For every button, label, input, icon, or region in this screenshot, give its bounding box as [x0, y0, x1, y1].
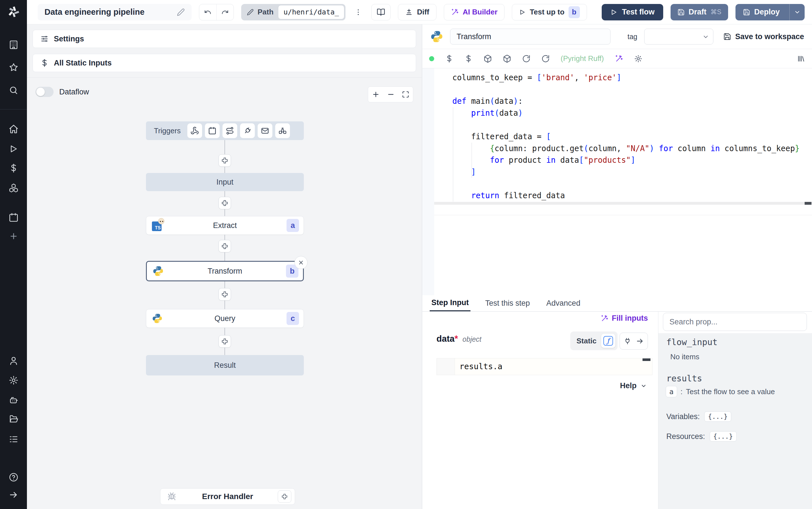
flow-node-transform[interactable]: Transform b	[146, 261, 304, 281]
dataflow-toggle[interactable]	[35, 87, 53, 97]
flow-node-query[interactable]: Query c	[146, 309, 304, 328]
package-icon[interactable]	[503, 55, 511, 63]
undo-button[interactable]	[199, 4, 217, 20]
code-assistant-label[interactable]: (Pyright Ruff)	[561, 54, 604, 63]
sidebar-item-workers[interactable]	[0, 394, 27, 406]
fit-view-button[interactable]	[402, 91, 409, 98]
add-step-button[interactable]	[219, 154, 231, 167]
resources-object-badge[interactable]: {...}	[710, 431, 737, 442]
connect-input-button[interactable]	[620, 333, 648, 350]
sidebar-item-search[interactable]	[0, 84, 27, 97]
code-lines[interactable]: columns_to_keep = ['brand', 'price'] def…	[452, 72, 812, 202]
error-handler-node[interactable]: Error Handler	[160, 488, 295, 505]
test-up-to-button[interactable]: Test up to b	[512, 4, 587, 21]
sidebar-item-create[interactable]	[0, 230, 27, 242]
search-prop-input[interactable]	[663, 313, 807, 331]
props-list: flow_input No items results a : Test the…	[658, 333, 812, 509]
sidebar-item-company[interactable]	[0, 39, 27, 51]
zoom-out-button[interactable]	[387, 91, 395, 98]
sidebar-item-schedules[interactable]	[0, 211, 27, 224]
tab-advanced[interactable]: Advanced	[545, 295, 582, 311]
sidebar-expand-button[interactable]	[0, 488, 27, 501]
add-error-handler-button[interactable]	[278, 490, 291, 503]
path-value[interactable]: u/henri/data_	[278, 5, 344, 19]
expression-editor[interactable]: results.a	[437, 358, 653, 375]
reload-icon[interactable]	[522, 55, 530, 63]
more-menu-button[interactable]	[353, 4, 364, 21]
sidebar-item-resources[interactable]	[0, 182, 27, 194]
library-icon[interactable]	[797, 55, 805, 63]
sidebar-item-user[interactable]	[0, 354, 27, 367]
add-step-button[interactable]	[219, 197, 231, 209]
schedule-trigger-button[interactable]	[205, 123, 220, 138]
delete-step-button[interactable]	[294, 256, 307, 269]
deploy-button[interactable]: Deploy	[736, 4, 805, 21]
tab-step-input[interactable]: Step Input	[430, 295, 471, 311]
ai-wand-icon[interactable]	[615, 55, 623, 63]
code-hscrollbar[interactable]	[434, 202, 812, 205]
add-step-button[interactable]	[219, 288, 231, 301]
result-hint: Test the flow to see a value	[686, 387, 775, 396]
sidebar-item-folders[interactable]	[0, 413, 27, 425]
diff-button[interactable]: Diff	[398, 4, 436, 21]
test-flow-button[interactable]: Test flow	[602, 4, 663, 21]
add-step-button[interactable]	[219, 240, 231, 252]
triggers-label: Triggers	[154, 127, 181, 135]
static-label[interactable]: Static	[577, 337, 597, 345]
reload-icon[interactable]	[541, 55, 550, 63]
code-editor[interactable]: columns_to_keep = ['brand', 'price'] def…	[422, 68, 812, 295]
resource-picker-icon[interactable]	[464, 55, 473, 63]
flow-node-result[interactable]: Result	[146, 355, 304, 375]
webhook-trigger-button[interactable]	[187, 123, 202, 138]
tag-select[interactable]	[644, 29, 713, 44]
extract-node-label: Extract	[213, 221, 237, 230]
sidebar-item-settings[interactable]	[0, 374, 27, 386]
editor-settings-icon[interactable]	[634, 55, 642, 63]
node-badge-c: c	[287, 312, 299, 325]
diff-label: Diff	[417, 8, 429, 16]
redo-button[interactable]	[216, 4, 233, 20]
chevron-down-icon	[794, 9, 801, 15]
windmill-logo[interactable]	[0, 3, 27, 21]
websocket-trigger-button[interactable]	[240, 123, 255, 138]
sidebar-item-home[interactable]	[0, 123, 27, 135]
variables-object-badge[interactable]: {...}	[704, 411, 731, 422]
sidebar-item-help[interactable]	[0, 471, 27, 483]
add-cross-icon	[221, 291, 228, 298]
triggers-node[interactable]: Triggers	[146, 122, 304, 140]
edit-title-icon[interactable]	[177, 8, 185, 16]
fill-inputs-button[interactable]: Fill inputs	[600, 314, 648, 323]
sidebar-item-audit-logs[interactable]	[0, 433, 27, 445]
path-control[interactable]: Path u/henri/data_	[241, 4, 345, 21]
variable-picker-icon[interactable]	[445, 55, 453, 63]
sidebar-item-runs[interactable]	[0, 143, 27, 155]
flow-node-extract[interactable]: TS Extract a	[146, 216, 304, 235]
deploy-dropdown-button[interactable]	[789, 4, 805, 21]
flow-input-section-label[interactable]: flow_input	[666, 337, 717, 347]
expression-value[interactable]: results.a	[459, 362, 503, 371]
tab-test-this-step[interactable]: Test this step	[483, 295, 532, 311]
poll-trigger-button[interactable]	[275, 123, 290, 138]
draft-button[interactable]: Draft ⌘S	[671, 4, 728, 21]
all-static-inputs-button[interactable]: All Static Inputs	[33, 54, 416, 72]
result-key-badge[interactable]: a	[666, 386, 677, 397]
step-name-input[interactable]	[450, 29, 611, 44]
zoom-in-button[interactable]	[372, 91, 380, 98]
static-fx-toggle[interactable]: Static ƒ	[570, 332, 618, 350]
sidebar-item-variables[interactable]	[0, 162, 27, 174]
sidebar-item-favorites[interactable]	[0, 61, 27, 74]
redo-icon	[221, 8, 229, 16]
save-to-workspace-button[interactable]: Save to workspace	[723, 32, 804, 41]
fx-mode-button[interactable]: ƒ	[601, 334, 615, 348]
scrollbar-thumb[interactable]	[805, 202, 811, 205]
route-trigger-button[interactable]	[222, 123, 237, 138]
package-icon[interactable]	[483, 55, 492, 63]
add-step-button[interactable]	[219, 335, 231, 348]
results-section-label[interactable]: results	[666, 373, 702, 383]
flow-settings-button[interactable]: Settings	[33, 30, 416, 48]
ai-builder-button[interactable]: AI Builder	[444, 4, 505, 21]
help-toggle[interactable]: Help	[620, 381, 647, 390]
docs-button[interactable]	[371, 4, 391, 21]
email-trigger-button[interactable]	[258, 123, 272, 138]
flow-node-input[interactable]: Input	[146, 173, 304, 191]
